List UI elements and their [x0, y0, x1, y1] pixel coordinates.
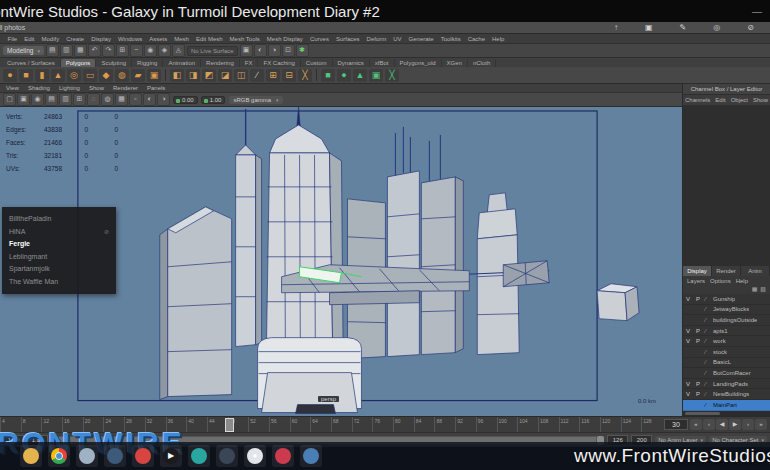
separate-icon[interactable]: ◨: [186, 69, 200, 82]
menu-surfaces[interactable]: Surfaces: [332, 36, 363, 42]
poly-pyramid-icon[interactable]: ◆: [99, 69, 113, 82]
timeline-tick[interactable]: 124: [621, 417, 642, 432]
back-to-photos-link[interactable]: Back to all photos: [0, 24, 25, 31]
channel-box-menu-edit[interactable]: Edit: [715, 97, 725, 103]
extrude-icon[interactable]: ◩: [202, 69, 216, 82]
chrome-icon[interactable]: [48, 445, 70, 467]
timeline-tick[interactable]: 112: [559, 417, 580, 432]
timeline-tick[interactable]: 104: [517, 417, 538, 432]
new-layer-button-2[interactable]: ▧: [760, 285, 766, 294]
poly-cone-icon[interactable]: ▲: [51, 69, 65, 82]
target-weld-icon[interactable]: ⊞: [266, 69, 280, 82]
panel-menu-view[interactable]: View: [6, 85, 19, 91]
channel-box-menu-object[interactable]: Object: [731, 97, 748, 103]
channel-box-menu-show[interactable]: Show: [753, 97, 768, 103]
timeline-tick[interactable]: 56: [269, 417, 290, 432]
shelf-tab-fx[interactable]: FX: [240, 59, 259, 67]
insert-edge-loop-icon[interactable]: ⊟: [282, 69, 296, 82]
edit-icon[interactable]: ✎: [680, 23, 687, 32]
ipr-render-icon[interactable]: ◑: [268, 44, 281, 57]
menu-display[interactable]: Display: [88, 36, 115, 42]
delete-icon[interactable]: ⊘: [747, 23, 754, 32]
save-scene-icon[interactable]: ▦: [74, 44, 87, 57]
step-back-button[interactable]: ‹: [703, 419, 715, 430]
timeline-tick[interactable]: 88: [434, 417, 455, 432]
shelf-tab-rigging[interactable]: Rigging: [132, 59, 163, 67]
layer-playback-toggle[interactable]: P: [693, 338, 703, 344]
shelf-tab-rendering[interactable]: Rendering: [201, 59, 240, 67]
timeline-tick[interactable]: 80: [393, 417, 414, 432]
menu-toolkits[interactable]: Toolkits: [437, 36, 464, 42]
media-player-icon[interactable]: ▶: [160, 445, 182, 467]
layer-playback-toggle[interactable]: P: [693, 328, 703, 334]
timeline-tick[interactable]: 128: [641, 417, 662, 432]
poly-disc-icon[interactable]: ◍: [115, 69, 129, 82]
bookmarks-icon[interactable]: ▤: [45, 93, 58, 106]
timeline-tick[interactable]: 52: [248, 417, 269, 432]
menu-mesh-tools[interactable]: Mesh Tools: [226, 36, 263, 42]
open-scene-icon[interactable]: ▥: [60, 44, 73, 57]
teamspeak-icon[interactable]: [188, 445, 210, 467]
rotate-icon[interactable]: ◎: [713, 23, 720, 32]
shelf-tab-ncloth[interactable]: nCloth: [468, 59, 496, 67]
timeline-tick[interactable]: 68: [331, 417, 352, 432]
new-layer-button-1[interactable]: ▦: [752, 285, 758, 294]
isolate-select-icon[interactable]: ◍: [101, 93, 114, 106]
undo-icon[interactable]: ↶: [88, 44, 101, 57]
custom-shelf-icon-3[interactable]: ▲: [353, 69, 367, 82]
timeline-tick[interactable]: 64: [310, 417, 331, 432]
menu-deform[interactable]: Deform: [363, 36, 390, 42]
layer-scrollbar[interactable]: [683, 411, 770, 416]
poly-plane-icon[interactable]: ▭: [83, 69, 97, 82]
current-frame-field[interactable]: 30: [664, 419, 688, 430]
paint-effects-icon[interactable]: ✱: [296, 44, 309, 57]
menu-set-dropdown[interactable]: Modeling ▾: [3, 46, 44, 55]
menu-mesh[interactable]: Mesh: [171, 36, 193, 42]
layer-visibility-toggle[interactable]: V: [683, 328, 693, 334]
itunes-icon[interactable]: [272, 445, 294, 467]
layer-playback-toggle[interactable]: P: [693, 296, 703, 302]
layer-playback-toggle[interactable]: P: [693, 391, 703, 397]
play-button[interactable]: ▶: [729, 419, 741, 430]
layer-row[interactable]: VP∕NewBuildings: [683, 389, 770, 400]
exposure-field[interactable]: 0.00: [173, 96, 198, 104]
panel-menu-shading[interactable]: Shading: [28, 85, 50, 91]
menu-assets[interactable]: Assets: [146, 36, 171, 42]
live-surface-field[interactable]: No Live Surface: [187, 46, 238, 56]
panel-menu-show[interactable]: Show: [89, 85, 104, 91]
timeline-tick[interactable]: 84: [414, 417, 435, 432]
menu-file[interactable]: File: [4, 36, 21, 42]
timeline-tick[interactable]: 92: [455, 417, 476, 432]
safe-action-icon[interactable]: ◑: [157, 93, 170, 106]
menu-edit[interactable]: Edit: [21, 36, 38, 42]
layer-visibility-toggle[interactable]: V: [683, 391, 693, 397]
layer-visibility-toggle[interactable]: V: [683, 381, 693, 387]
panel-menu-panels[interactable]: Panels: [147, 85, 165, 91]
layer-tab-anim[interactable]: Anim: [741, 266, 770, 276]
share-icon[interactable]: ↑: [614, 23, 618, 32]
field-chart-icon[interactable]: ▦: [115, 93, 128, 106]
menu-uv[interactable]: UV: [390, 36, 405, 42]
poly-prism-icon[interactable]: ▰: [131, 69, 145, 82]
playhead[interactable]: [225, 418, 234, 432]
timeline-tick[interactable]: 108: [538, 417, 559, 432]
panel-menu-lighting[interactable]: Lighting: [59, 85, 80, 91]
layer-menu-help[interactable]: Help: [736, 278, 748, 284]
go-to-start-button[interactable]: «: [690, 419, 702, 430]
layer-row[interactable]: ∕JetwayBlocks: [683, 305, 770, 316]
layer-row[interactable]: ∕buildingsOutside: [683, 315, 770, 326]
custom-shelf-icon-4[interactable]: ▣: [369, 69, 383, 82]
layer-tab-display[interactable]: Display: [683, 266, 712, 276]
multi-cut-icon[interactable]: ∕: [250, 69, 264, 82]
make-live-icon[interactable]: ◬: [172, 44, 185, 57]
menu-modify[interactable]: Modify: [38, 36, 63, 42]
menu-mesh-display[interactable]: Mesh Display: [263, 36, 306, 42]
channel-box-menu-channels[interactable]: Channels: [685, 97, 710, 103]
timeline-tick[interactable]: 72: [352, 417, 373, 432]
camera-attributes-icon[interactable]: ◉: [31, 93, 44, 106]
select-camera-icon[interactable]: ▢: [3, 93, 16, 106]
bevel-icon[interactable]: ◪: [218, 69, 232, 82]
menu-help[interactable]: Help: [488, 36, 507, 42]
menu-edit-mesh[interactable]: Edit Mesh: [192, 36, 226, 42]
lock-camera-icon[interactable]: ▣: [17, 93, 30, 106]
